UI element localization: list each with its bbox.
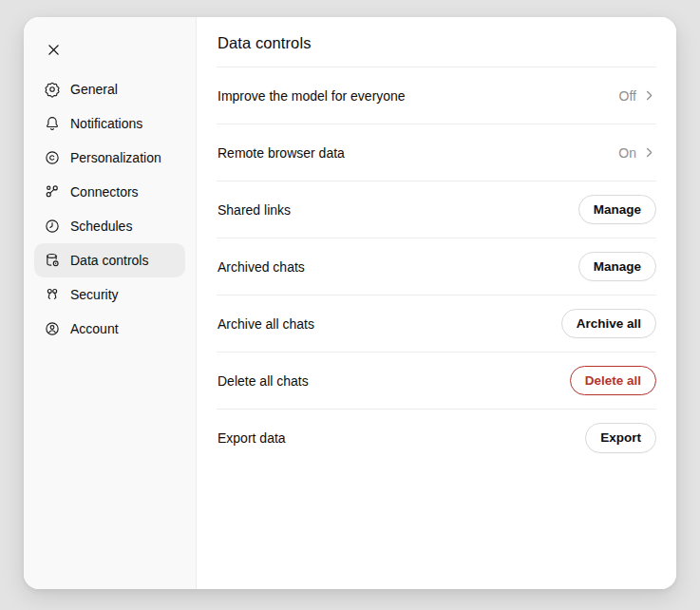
row-label: Delete all chats: [217, 373, 309, 389]
delete-all-button[interactable]: Delete all: [570, 366, 656, 396]
sidebar-item-label: General: [70, 82, 118, 97]
sidebar-item-security[interactable]: Security: [34, 277, 185, 312]
sidebar-item-general[interactable]: General: [34, 72, 185, 106]
row-value: On: [618, 145, 656, 161]
sidebar-item-connectors[interactable]: Connectors: [34, 175, 185, 209]
connectors-icon: [44, 183, 61, 200]
settings-content: Data controls Improve the model for ever…: [197, 17, 676, 589]
sidebar-item-label: Data controls: [70, 253, 148, 268]
close-icon: [46, 42, 62, 58]
settings-dialog: General Notifications: [24, 17, 676, 589]
settings-nav: General Notifications: [34, 72, 185, 346]
manage-shared-links-button[interactable]: Manage: [578, 195, 656, 225]
row-shared-links: Shared links Manage: [217, 181, 656, 238]
sidebar-item-personalization[interactable]: Personalization: [34, 141, 185, 175]
row-value: Off: [619, 88, 656, 104]
clock-icon: [44, 218, 61, 235]
setting-value: On: [618, 145, 636, 161]
sidebar-item-notifications[interactable]: Notifications: [34, 106, 185, 141]
row-remote-browser-data[interactable]: Remote browser data On: [217, 124, 656, 181]
gear-icon: [44, 81, 61, 98]
row-delete-all-chats: Delete all chats Delete all: [217, 353, 656, 410]
chevron-right-icon: [642, 145, 656, 160]
account-icon: [44, 320, 61, 337]
sidebar-item-label: Personalization: [70, 150, 161, 165]
row-label: Export data: [217, 430, 286, 446]
close-button[interactable]: [40, 36, 66, 63]
sidebar-item-label: Notifications: [70, 116, 142, 131]
sidebar-item-schedules[interactable]: Schedules: [34, 209, 185, 243]
row-archived-chats: Archived chats Manage: [217, 238, 656, 295]
keys-icon: [44, 286, 61, 303]
personalization-icon: [44, 149, 61, 166]
settings-sidebar: General Notifications: [24, 17, 197, 589]
manage-archived-chats-button[interactable]: Manage: [578, 252, 656, 282]
sidebar-item-label: Connectors: [70, 184, 139, 200]
page-title: Data controls: [217, 17, 656, 67]
bell-icon: [44, 115, 61, 132]
chevron-right-icon: [642, 88, 656, 103]
row-archive-all-chats: Archive all chats Archive all: [217, 295, 656, 353]
sidebar-item-label: Schedules: [70, 219, 132, 234]
sidebar-item-data-controls[interactable]: Data controls: [34, 243, 185, 277]
setting-value: Off: [619, 88, 636, 104]
row-label: Shared links: [217, 202, 291, 218]
row-label: Archived chats: [217, 259, 305, 275]
row-label: Remote browser data: [217, 145, 345, 161]
database-gear-icon: [44, 252, 61, 269]
sidebar-item-account[interactable]: Account: [34, 312, 185, 346]
sidebar-item-label: Security: [70, 287, 119, 302]
row-label: Archive all chats: [217, 316, 314, 332]
export-button[interactable]: Export: [585, 423, 656, 453]
row-label: Improve the model for everyone: [217, 88, 406, 104]
sidebar-item-label: Account: [70, 321, 119, 336]
row-export-data: Export data Export: [217, 410, 656, 467]
archive-all-button[interactable]: Archive all: [561, 309, 656, 339]
row-improve-model[interactable]: Improve the model for everyone Off: [217, 67, 656, 124]
